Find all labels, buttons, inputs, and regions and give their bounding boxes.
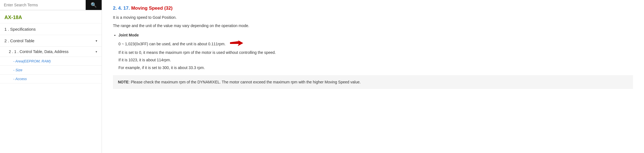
sidebar-item-label: 2 . Control Table bbox=[4, 38, 34, 43]
sidebar-item-label: 2 . 1 . Control Table, Data, Address bbox=[9, 49, 69, 54]
sidebar-item-size[interactable]: - Size bbox=[0, 66, 102, 75]
section-title: Moving Speed (32) bbox=[131, 6, 172, 11]
svg-marker-0 bbox=[230, 40, 243, 46]
sidebar-title: AX-18A bbox=[0, 10, 102, 23]
search-bar: 🔍 bbox=[0, 0, 102, 10]
sidebar-item-control-table[interactable]: 2 . Control Table ▾ bbox=[0, 35, 102, 47]
search-input[interactable] bbox=[0, 0, 86, 10]
note-text: : Please check the maximum rpm of the DY… bbox=[129, 80, 361, 84]
sidebar-item-access[interactable]: - Access bbox=[0, 75, 102, 83]
sidebar-leaf-label: - Area(EEPROM, RAM) bbox=[13, 59, 51, 63]
note-box: NOTE: Please check the maximum rpm of th… bbox=[113, 75, 633, 89]
sidebar-item-label: 1 . Specifications bbox=[4, 27, 36, 31]
sidebar: 🔍 AX-18A 1 . Specifications 2 . Control … bbox=[0, 0, 102, 153]
chevron-down-icon: ▾ bbox=[96, 50, 97, 54]
line-2: If it is set to 0, it means the maximum … bbox=[118, 49, 633, 56]
line-3: If it is 1023, it is about 114rpm. bbox=[118, 57, 633, 64]
sidebar-item-specifications[interactable]: 1 . Specifications bbox=[0, 23, 102, 35]
chevron-down-icon: ▾ bbox=[96, 39, 97, 43]
para-2: The range and the unit of the value may … bbox=[113, 23, 633, 29]
line-1: 0 ~ 1,023(0x3FF) can be used, and the un… bbox=[118, 40, 633, 48]
search-button[interactable]: 🔍 bbox=[86, 0, 102, 10]
red-arrow-icon bbox=[230, 40, 243, 48]
note-label: NOTE bbox=[118, 80, 129, 84]
sidebar-leaf-label: - Size bbox=[13, 68, 22, 72]
main-content: 2. 4. 17. Moving Speed (32) It is a movi… bbox=[102, 0, 644, 153]
bullet-joint-mode: Joint Mode bbox=[118, 33, 633, 37]
sidebar-leaf-label: - Access bbox=[13, 77, 27, 81]
section-heading: 2. 4. 17. Moving Speed (32) bbox=[113, 6, 633, 11]
sub-content: 0 ~ 1,023(0x3FF) can be used, and the un… bbox=[118, 40, 633, 71]
section-number: 2. 4. 17. bbox=[113, 6, 130, 11]
sidebar-item-area[interactable]: - Area(EEPROM, RAM) bbox=[0, 57, 102, 66]
bullet-list: Joint Mode bbox=[118, 33, 633, 37]
line-4: For example, if it is set to 300, it is … bbox=[118, 65, 633, 71]
sidebar-item-control-table-data-address[interactable]: 2 . 1 . Control Table, Data, Address ▾ bbox=[0, 47, 102, 57]
search-icon: 🔍 bbox=[91, 2, 97, 8]
para-1: It is a moving speed to Goal Position. bbox=[113, 14, 633, 20]
